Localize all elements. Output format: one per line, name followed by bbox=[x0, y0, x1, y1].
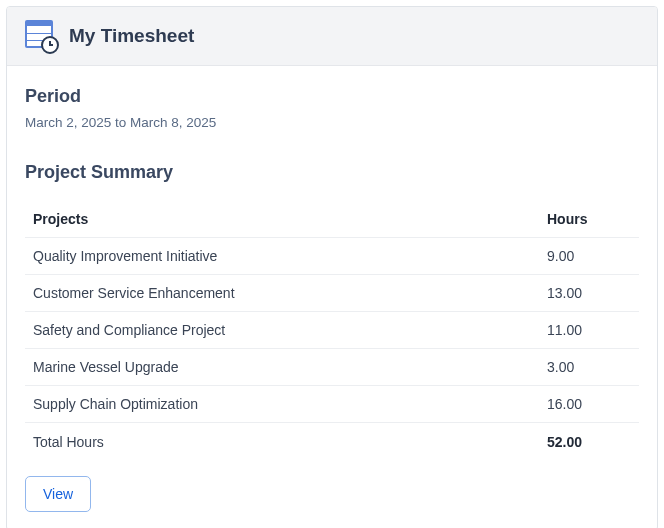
card-header: My Timesheet bbox=[7, 7, 657, 66]
table-header-row: Projects Hours bbox=[25, 203, 639, 238]
total-label: Total Hours bbox=[25, 423, 539, 461]
project-name: Marine Vessel Upgrade bbox=[25, 349, 539, 386]
timesheet-card: My Timesheet Period March 2, 2025 to Mar… bbox=[6, 6, 658, 528]
project-summary-table: Projects Hours Quality Improvement Initi… bbox=[25, 203, 639, 460]
table-row: Marine Vessel Upgrade 3.00 bbox=[25, 349, 639, 386]
project-summary-title: Project Summary bbox=[25, 162, 639, 183]
card-title: My Timesheet bbox=[69, 25, 194, 47]
table-row: Safety and Compliance Project 11.00 bbox=[25, 312, 639, 349]
button-row: View bbox=[25, 476, 639, 512]
period-value: March 2, 2025 to March 8, 2025 bbox=[25, 115, 639, 130]
project-name: Quality Improvement Initiative bbox=[25, 238, 539, 275]
table-row: Quality Improvement Initiative 9.00 bbox=[25, 238, 639, 275]
project-name: Supply Chain Optimization bbox=[25, 386, 539, 423]
card-body: Period March 2, 2025 to March 8, 2025 Pr… bbox=[7, 66, 657, 528]
table-row: Supply Chain Optimization 16.00 bbox=[25, 386, 639, 423]
view-button[interactable]: View bbox=[25, 476, 91, 512]
table-row: Customer Service Enhancement 13.00 bbox=[25, 275, 639, 312]
project-hours: 3.00 bbox=[539, 349, 639, 386]
project-hours: 11.00 bbox=[539, 312, 639, 349]
col-header-hours: Hours bbox=[539, 203, 639, 238]
total-value: 52.00 bbox=[539, 423, 639, 461]
timesheet-icon bbox=[25, 20, 57, 52]
project-hours: 9.00 bbox=[539, 238, 639, 275]
project-hours: 13.00 bbox=[539, 275, 639, 312]
total-row: Total Hours 52.00 bbox=[25, 423, 639, 461]
project-name: Customer Service Enhancement bbox=[25, 275, 539, 312]
col-header-projects: Projects bbox=[25, 203, 539, 238]
period-label: Period bbox=[25, 86, 639, 107]
project-name: Safety and Compliance Project bbox=[25, 312, 539, 349]
project-hours: 16.00 bbox=[539, 386, 639, 423]
